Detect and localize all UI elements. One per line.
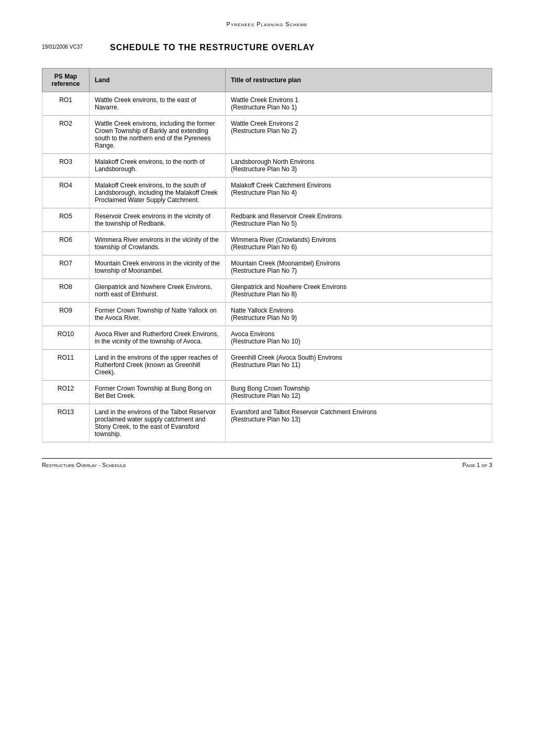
cell-map-ref: RO6 [42,232,90,255]
cell-title: Bung Bong Crown Township(Restructure Pla… [226,381,492,404]
footer-right: Page 1 of 3 [462,462,492,468]
table-row: RO2Wattle Creek environs, including the … [42,116,492,154]
cell-title: Natte Yallock Environs(Restructure Plan … [226,303,492,326]
cell-map-ref: RO9 [42,303,90,326]
table-header-row: PS Map reference Land Title of restructu… [42,69,492,92]
cell-title: Wattle Creek Environs 2(Restructure Plan… [226,116,492,154]
header-title: Pyrenees Planning Scheme [227,21,308,27]
cell-map-ref: RO7 [42,255,90,279]
cell-land: Avoca River and Rutherford Creek Environ… [90,326,226,350]
cell-land: Wattle Creek environs, to the east of Na… [90,92,226,116]
cell-title: Malakoff Creek Catchment Environs(Restru… [226,177,492,208]
table-row: RO10Avoca River and Rutherford Creek Env… [42,326,492,350]
page: Pyrenees Planning Scheme 19/01/2006 VC37… [0,0,534,756]
cell-title: Redbank and Reservoir Creek Environs(Res… [226,208,492,232]
cell-land: Mountain Creek environs in the vicinity … [90,255,226,279]
cell-land: Land in the environs of the upper reache… [90,350,226,381]
col-header-title: Title of restructure plan [226,69,492,92]
doc-title: Schedule to the Restructure Overlay [110,43,315,52]
cell-title: Wattle Creek Environs 1(Restructure Plan… [226,92,492,116]
cell-land: Wattle Creek environs, including the for… [90,116,226,154]
table-row: RO8Glenpatrick and Nowhere Creek Environ… [42,279,492,303]
cell-title: Wimmera River (Crowlands) Environs(Restr… [226,232,492,255]
cell-map-ref: RO12 [42,381,90,404]
cell-land: Malakoff Creek environs, to the north of… [90,154,226,177]
cell-title: Landsborough North Environs(Restructure … [226,154,492,177]
table-row: RO5Reservoir Creek environs in the vicin… [42,208,492,232]
cell-map-ref: RO4 [42,177,90,208]
cell-land: Former Crown Township of Natte Yallock o… [90,303,226,326]
table-row: RO7Mountain Creek environs in the vicini… [42,255,492,279]
col-header-land: Land [90,69,226,92]
doc-ref: 19/01/2006 VC37 [42,43,110,50]
table-row: RO1Wattle Creek environs, to the east of… [42,92,492,116]
cell-land: Malakoff Creek environs, to the south of… [90,177,226,208]
table-row: RO9Former Crown Township of Natte Yalloc… [42,303,492,326]
cell-map-ref: RO8 [42,279,90,303]
cell-land: Wimmera River environs in the vicinity o… [90,232,226,255]
cell-land: Reservoir Creek environs in the vicinity… [90,208,226,232]
table-row: RO12Former Crown Township at Bung Bong o… [42,381,492,404]
cell-map-ref: RO3 [42,154,90,177]
cell-map-ref: RO2 [42,116,90,154]
table-row: RO11Land in the environs of the upper re… [42,350,492,381]
doc-header: 19/01/2006 VC37 Schedule to the Restruct… [42,43,492,52]
table-row: RO6Wimmera River environs in the vicinit… [42,232,492,255]
cell-title: Avoca Environs(Restructure Plan No 10) [226,326,492,350]
cell-land: Land in the environs of the Talbot Reser… [90,404,226,442]
page-footer: Restructure Overlay - Schedule Page 1 of… [42,458,492,468]
cell-title: Greenhill Creek (Avoca South) Environs(R… [226,350,492,381]
cell-title: Glenpatrick and Nowhere Creek Environs(R… [226,279,492,303]
cell-map-ref: RO1 [42,92,90,116]
cell-land: Former Crown Township at Bung Bong on Be… [90,381,226,404]
cell-land: Glenpatrick and Nowhere Creek Environs, … [90,279,226,303]
main-table: PS Map reference Land Title of restructu… [42,68,492,442]
table-row: RO4Malakoff Creek environs, to the south… [42,177,492,208]
col-header-map: PS Map reference [42,69,90,92]
cell-title: Mountain Creek (Moonambel) Environs(Rest… [226,255,492,279]
cell-map-ref: RO13 [42,404,90,442]
cell-map-ref: RO10 [42,326,90,350]
table-row: RO3Malakoff Creek environs, to the north… [42,154,492,177]
cell-title: Evansford and Talbot Reservoir Catchment… [226,404,492,442]
cell-map-ref: RO5 [42,208,90,232]
page-header: Pyrenees Planning Scheme [42,21,492,27]
cell-map-ref: RO11 [42,350,90,381]
table-row: RO13Land in the environs of the Talbot R… [42,404,492,442]
footer-left: Restructure Overlay - Schedule [42,462,126,468]
